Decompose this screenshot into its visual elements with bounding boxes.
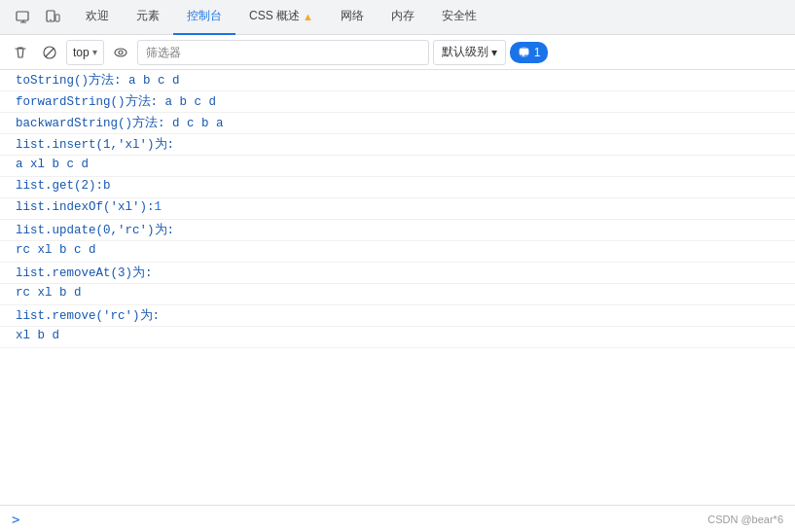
svg-point-3 — [50, 18, 52, 20]
tab-css-overview[interactable]: CSS 概述 ▲ — [235, 0, 327, 35]
console-line: rc xl b c d — [0, 241, 795, 263]
level-selector[interactable]: 默认级别 ▾ — [433, 40, 506, 65]
console-line: backwardString()方法: d c b a — [0, 113, 795, 134]
console-line: rc xl b d — [0, 284, 795, 305]
status-bar: > CSDN @bear*6 — [0, 505, 795, 532]
console-line: list.removeAt(3)为: — [0, 263, 795, 284]
console-line: list.remove('rc')为: — [0, 305, 795, 327]
context-dropdown-arrow: ▾ — [92, 47, 97, 57]
clear-console-button[interactable] — [8, 42, 33, 63]
tab-security[interactable] — [490, 0, 518, 35]
context-label: top — [73, 46, 90, 59]
tab-network[interactable]: 内存 — [378, 0, 428, 35]
tab-icons — [4, 6, 72, 29]
console-line: list.indexOf('xl'): 1 — [0, 198, 795, 220]
filter-input[interactable] — [137, 40, 429, 65]
highlight-number: 1 — [155, 200, 163, 214]
eye-button[interactable] — [108, 42, 133, 63]
console-line: toString()方法: a b c d — [0, 70, 795, 91]
level-dropdown-arrow: ▾ — [491, 46, 497, 59]
console-line: list.update(0,'rc')为: — [0, 220, 795, 241]
svg-rect-0 — [17, 12, 28, 20]
console-line: list.insert(1,'xl')为: — [0, 134, 795, 156]
console-output: toString()方法: a b c d forwardString()方法:… — [0, 70, 795, 505]
block-button[interactable] — [37, 42, 62, 63]
warning-icon: ▲ — [303, 11, 313, 22]
tab-console[interactable]: 控制台 — [173, 0, 235, 35]
svg-point-5 — [115, 49, 126, 56]
toolbar: top ▾ 默认级别 ▾ 1 — [0, 35, 795, 70]
tab-source[interactable]: 网络 — [327, 0, 378, 35]
console-line: forwardString()方法: a b c d — [0, 91, 795, 113]
console-line: xl b d — [0, 327, 795, 348]
level-label: 默认级别 — [442, 44, 488, 60]
tab-memory[interactable]: 安全性 — [428, 0, 490, 35]
console-line: a xl b c d — [0, 156, 795, 177]
context-selector[interactable]: top ▾ — [66, 40, 104, 65]
svg-rect-2 — [55, 15, 59, 21]
console-prompt[interactable]: > — [12, 512, 19, 527]
tab-welcome[interactable]: 欢迎 — [72, 0, 123, 35]
watermark: CSDN @bear*6 — [707, 514, 783, 525]
tab-elements[interactable]: 元素 — [123, 0, 173, 35]
svg-point-6 — [119, 51, 123, 54]
device-icon-btn[interactable] — [41, 6, 64, 29]
message-count: 1 — [534, 46, 541, 59]
screen-share-icon-btn[interactable] — [12, 6, 35, 29]
console-line: list.get(2):b — [0, 177, 795, 198]
message-count-button[interactable]: 1 — [510, 42, 549, 63]
tab-bar: 欢迎 元素 控制台 CSS 概述 ▲ 网络 内存 安全性 — [0, 0, 795, 35]
